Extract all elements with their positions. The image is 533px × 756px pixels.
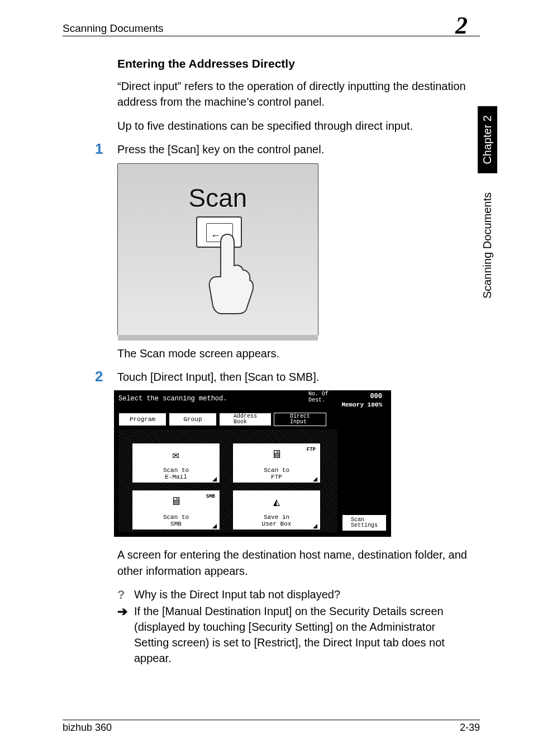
side-tab-chapter: Chapter 2 xyxy=(478,106,497,173)
dest-count-label: No. Of Dest. xyxy=(308,391,329,403)
paragraph-intro-2: Up to five destinations can be specified… xyxy=(117,118,472,134)
scan-to-smb-button[interactable]: SMB 🖥 Scan to SMB xyxy=(132,490,220,530)
paragraph-intro-1: “Direct input” refers to the operation o… xyxy=(117,78,472,110)
memory-status: Memory 100% xyxy=(341,401,382,408)
figure-scan-screen: Select the scanning method. No. Of Dest.… xyxy=(114,390,391,537)
footer-page-number: 2-39 xyxy=(460,722,480,734)
qa-question: Why is the Direct Input tab not displaye… xyxy=(134,588,340,601)
scan-to-email-button[interactable]: ✉ Scan to E-Mail xyxy=(132,443,220,483)
dest-count-value: 000 xyxy=(370,393,382,400)
email-icon: ✉ xyxy=(132,448,220,462)
scan-to-smb-label: Scan to SMB xyxy=(132,514,220,527)
footer-rule xyxy=(63,720,480,720)
scan-to-ftp-button[interactable]: FTP 🖥 Scan to FTP xyxy=(232,443,321,483)
chapter-number-box: 2 xyxy=(455,13,480,38)
tab-program[interactable]: Program xyxy=(118,413,166,426)
paragraph-after-figure: A screen for entering the destination ho… xyxy=(117,547,472,579)
screen-title: Select the scanning method. xyxy=(118,395,227,403)
scan-to-email-label: Scan to E-Mail xyxy=(132,467,220,480)
ftp-icon: 🖥 xyxy=(233,448,320,461)
arrow-right-icon: ➔ xyxy=(117,603,127,621)
finger-icon xyxy=(205,231,255,315)
footer-model: bizhub 360 xyxy=(63,722,112,734)
user-box-icon: ◭ xyxy=(233,495,320,509)
tab-address-book[interactable]: Address Book xyxy=(219,413,272,426)
scan-to-ftp-label: Scan to FTP xyxy=(233,467,320,480)
header-rule xyxy=(63,36,480,36)
step-text-1: Press the [Scan] key on the control pane… xyxy=(117,141,472,157)
chapter-number: 2 xyxy=(455,12,468,39)
tab-group[interactable]: Group xyxy=(169,413,217,426)
tab-direct-input[interactable]: Direct Input xyxy=(274,413,326,426)
save-in-user-box-button[interactable]: ◭ Save in User Box xyxy=(232,490,321,530)
figure-scan-label: Scan xyxy=(118,183,318,213)
step-text-2: Touch [Direct Input], then [Scan to SMB]… xyxy=(117,369,472,385)
paragraph-scan-mode: The Scan mode screen appears. xyxy=(117,346,472,361)
step-number-1: 1 xyxy=(95,140,103,158)
figure-scan-key: Scan ← xyxy=(117,163,318,336)
qa-answer: If the [Manual Destination Input] on the… xyxy=(134,605,445,664)
save-in-user-box-label: Save in User Box xyxy=(233,514,320,527)
question-mark-icon: ? xyxy=(117,587,125,604)
figure-shadow xyxy=(118,335,318,341)
subheading: Entering the Addresses Directly xyxy=(117,57,472,70)
smb-icon: 🖥 xyxy=(132,495,220,508)
side-tab-section: Scanning Documents xyxy=(478,185,497,306)
scan-settings-button[interactable]: Scan Settings xyxy=(342,514,387,531)
step-number-2: 2 xyxy=(95,368,103,385)
header-section-title: Scanning Documents xyxy=(63,22,164,35)
